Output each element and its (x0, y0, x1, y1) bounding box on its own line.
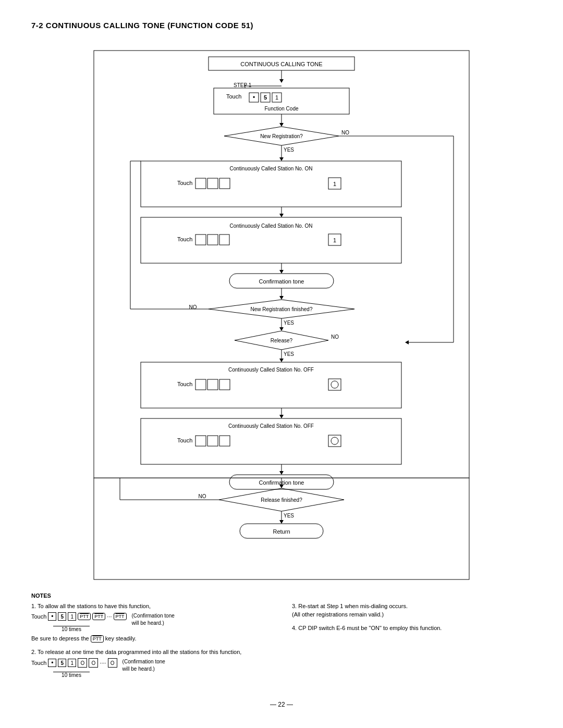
svg-marker-61 (279, 327, 284, 331)
svg-text:STEP 1: STEP 1 (234, 82, 252, 88)
svg-text:1: 1 (275, 94, 278, 101)
note-2-text: To release at one time the data programm… (38, 649, 241, 655)
note-2-o-1: O (78, 658, 87, 668)
note-1: 1. To allow all the stations to have thi… (31, 603, 271, 641)
note-1-ptt-3: PTT (114, 613, 127, 620)
svg-marker-4 (279, 79, 284, 83)
svg-text:Touch: Touch (177, 381, 192, 387)
note-1-key-5: 5 (58, 612, 66, 621)
svg-rect-42 (195, 235, 206, 245)
svg-text:Touch: Touch (177, 236, 192, 242)
svg-text:Continuously Called Station No: Continuously Called Station No. OFF (228, 367, 314, 373)
svg-text:Return: Return (273, 528, 290, 535)
svg-marker-38 (279, 214, 284, 217)
svg-text:NO: NO (199, 493, 206, 499)
note-1-ptt-1: PTT (78, 613, 91, 620)
svg-text:5: 5 (264, 94, 267, 101)
flowchart-lower-svg: Release finished? NO YES Return (89, 478, 474, 582)
svg-rect-72 (207, 379, 218, 390)
note-2-o-2: O (89, 658, 98, 668)
note-2-ellipsis: ···· (100, 660, 106, 666)
flowchart-container: CONTINUOUS CALLING TONE STEP 1 Touch • 5… (31, 45, 532, 483)
svg-text:Release finished?: Release finished? (261, 497, 302, 503)
note-2-key-5: 5 (58, 659, 66, 667)
svg-marker-25 (405, 340, 409, 344)
notes-section: NOTES 1. To allow all the stations to ha… (31, 593, 532, 685)
flowchart-svg: CONTINUOUS CALLING TONE STEP 1 Touch • 5… (89, 45, 474, 483)
svg-text:Continuously Called Station No: Continuously Called Station No. OFF (228, 423, 314, 429)
svg-rect-84 (328, 435, 341, 447)
note-2-key-dot: • (48, 659, 56, 667)
svg-text:Continuously Called Station No: Continuously Called Station No. ON (230, 166, 313, 171)
svg-marker-100 (279, 520, 284, 524)
note-2-key-1: 1 (68, 659, 76, 667)
svg-text:•: • (253, 94, 255, 101)
svg-text:1: 1 (333, 237, 336, 243)
svg-text:CONTINUOUS CALLING TONE: CONTINUOUS CALLING TONE (240, 61, 322, 67)
note-1-key-1: 1 (68, 612, 76, 621)
note-3: 3. Re-start at Step 1 when mis-dialing o… (292, 603, 532, 618)
note-1-number: 1. (31, 603, 36, 609)
note-1-ptt-2: PTT (92, 613, 105, 620)
note-1-ellipsis: ··· (107, 613, 112, 620)
svg-text:New Registration finished?: New Registration finished? (251, 306, 313, 312)
svg-rect-82 (207, 436, 218, 446)
svg-text:Function Code: Function Code (264, 106, 298, 112)
svg-rect-34 (219, 178, 230, 189)
page-number: — 22 — (31, 701, 532, 708)
note-2-touch-label: Touch (31, 660, 46, 666)
svg-text:Touch: Touch (177, 180, 192, 186)
svg-rect-33 (207, 178, 218, 189)
svg-text:Continuously Called Station No: Continuously Called Station No. ON (230, 223, 313, 229)
note-4-text: CP DIP switch E-6 must be "ON" to employ… (298, 625, 442, 631)
svg-point-85 (331, 437, 338, 445)
note-1-text: To allow all the stations to have this f… (38, 603, 151, 609)
note-1-key-dot: • (48, 612, 56, 621)
svg-rect-81 (195, 436, 206, 446)
svg-marker-48 (279, 270, 284, 274)
svg-text:Touch: Touch (226, 93, 241, 100)
svg-marker-77 (279, 415, 284, 418)
note-3-text: Re-start at Step 1 when mis-dialing occu… (298, 603, 408, 609)
svg-marker-67 (279, 359, 284, 362)
svg-rect-44 (219, 235, 229, 245)
svg-text:NO: NO (331, 334, 339, 340)
svg-text:Release?: Release? (271, 338, 293, 343)
svg-rect-74 (328, 379, 341, 390)
flowchart-lower: Release finished? NO YES Return (31, 478, 532, 582)
svg-marker-28 (279, 157, 284, 161)
note-4-number: 4. (292, 625, 297, 631)
note-1-touch-label: Touch (31, 613, 46, 620)
svg-rect-32 (195, 178, 206, 189)
svg-marker-52 (279, 296, 284, 300)
note-4: 4. CP DIP switch E-6 must be "ON" to emp… (292, 625, 532, 631)
svg-marker-87 (279, 471, 284, 475)
page-title: 7-2 CONTINUOUS CALLING TONE (FUNCTION CO… (31, 21, 532, 30)
notes-title: NOTES (31, 593, 532, 599)
note-2-number: 2. (31, 649, 36, 655)
svg-marker-18 (279, 123, 284, 127)
svg-rect-73 (219, 379, 230, 390)
note-2-o-3: O (108, 658, 117, 668)
svg-text:New Registration?: New Registration? (260, 133, 303, 139)
note-2: 2. To release at one time the data progr… (31, 649, 271, 678)
svg-text:YES: YES (284, 513, 294, 519)
note-3-number: 3. (292, 603, 297, 609)
svg-marker-92 (279, 485, 284, 488)
svg-rect-43 (207, 235, 218, 245)
svg-text:YES: YES (284, 320, 294, 326)
svg-rect-83 (219, 436, 230, 446)
svg-text:Confirmation tone: Confirmation tone (259, 278, 304, 285)
svg-text:YES: YES (284, 351, 294, 357)
svg-text:Touch: Touch (177, 437, 192, 443)
svg-point-75 (331, 381, 338, 388)
svg-text:1: 1 (333, 181, 336, 187)
svg-rect-71 (195, 379, 206, 390)
svg-text:YES: YES (284, 147, 294, 153)
svg-text:NO: NO (341, 130, 349, 135)
